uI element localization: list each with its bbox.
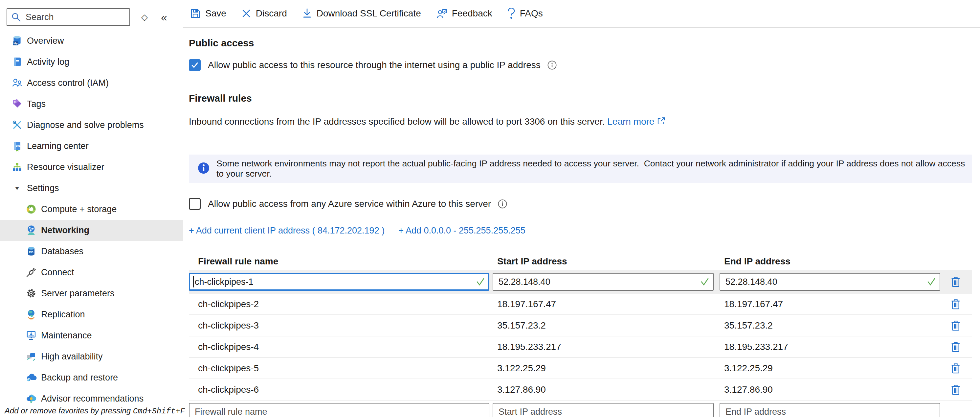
- table-row: ch-clickpipes-2 18.197.167.47 18.197.167…: [189, 294, 972, 315]
- sidebar: ◇ « My Overview Activity log Access cont…: [0, 0, 183, 417]
- text-caret: [193, 276, 194, 288]
- rule-start-ip: 35.157.23.2: [493, 320, 714, 331]
- high-availability-icon: [25, 351, 38, 363]
- azure-services-checkbox-row: Allow public access from any Azure servi…: [189, 198, 972, 210]
- rule-start-ip: 3.127.86.90: [493, 385, 714, 395]
- sidebar-item-networking[interactable]: Networking: [0, 220, 183, 241]
- azure-services-checkbox[interactable]: [189, 198, 200, 210]
- delete-rule-button[interactable]: [950, 320, 961, 332]
- rule-end-ip: 3.122.25.29: [719, 363, 940, 374]
- start-ip-input[interactable]: [493, 273, 714, 291]
- info-banner-text: Some network environments may not report…: [216, 158, 966, 179]
- public-access-checkbox[interactable]: [189, 59, 200, 71]
- feedback-icon: [436, 8, 447, 19]
- search-icon: [11, 12, 21, 23]
- delete-rule-button[interactable]: [950, 341, 961, 353]
- info-filled-icon: [197, 161, 210, 176]
- add-client-ip-link[interactable]: + Add current client IP address ( 84.172…: [189, 225, 385, 236]
- plug-icon: [25, 266, 38, 278]
- sidebar-item-label: Resource visualizer: [27, 162, 105, 173]
- info-outline-icon[interactable]: [547, 60, 557, 70]
- resource-tree-icon: [11, 161, 24, 173]
- faqs-button[interactable]: FAQs: [508, 8, 543, 19]
- sidebar-item-access-control[interactable]: Access control (IAM): [0, 72, 183, 93]
- learning-book-icon: 101: [11, 140, 24, 152]
- sidebar-item-label: Maintenance: [41, 331, 92, 341]
- sidebar-search: [6, 8, 130, 26]
- save-icon: [190, 8, 200, 19]
- advisor-icon: [25, 393, 38, 404]
- delete-rule-button[interactable]: [950, 298, 961, 310]
- download-ssl-button[interactable]: Download SSL Certificate: [302, 8, 421, 19]
- sidebar-item-label: Settings: [27, 183, 59, 193]
- sidebar-item-label: Overview: [27, 36, 64, 46]
- rule-start-ip: 18.195.233.217: [493, 342, 714, 352]
- sidebar-item-label: Activity log: [27, 57, 69, 67]
- save-button[interactable]: Save: [190, 8, 226, 19]
- sidebar-item-label: Compute + storage: [41, 204, 116, 214]
- sidebar-item-diagnose[interactable]: Diagnose and solve problems: [0, 115, 183, 136]
- svg-text:$: $: [29, 206, 30, 209]
- firewall-description: Inbound connections from the IP addresse…: [189, 117, 972, 128]
- feedback-button[interactable]: Feedback: [436, 8, 492, 19]
- pin-diamond-icon[interactable]: ◇: [141, 12, 148, 22]
- globe-icon: [25, 308, 38, 320]
- rule-name: ch-clickpipes-3: [189, 320, 489, 331]
- question-icon: [508, 8, 515, 19]
- svg-text:DB: DB: [29, 251, 33, 254]
- sidebar-item-tags[interactable]: Tags: [0, 93, 183, 115]
- sidebar-nav: My Overview Activity log Access control …: [0, 30, 183, 409]
- info-outline-icon[interactable]: [498, 199, 508, 209]
- sidebar-item-databases[interactable]: DB Databases: [0, 241, 183, 262]
- header-firewall-rule-name: Firewall rule name: [189, 256, 489, 267]
- sidebar-group-settings[interactable]: ▾ Settings: [0, 177, 183, 199]
- table-row: ch-clickpipes-3 35.157.23.2 35.157.23.2: [189, 315, 972, 336]
- sidebar-item-resource-visualizer[interactable]: Resource visualizer: [0, 157, 183, 177]
- new-end-ip-input[interactable]: [719, 403, 940, 417]
- sidebar-item-activity-log[interactable]: Activity log: [0, 51, 183, 72]
- sidebar-item-overview[interactable]: My Overview: [0, 30, 183, 51]
- sidebar-item-label: Replication: [41, 310, 85, 320]
- main-panel: Save Discard Download SSL Certificate Fe…: [183, 0, 980, 417]
- new-start-ip-input[interactable]: [493, 403, 714, 417]
- sidebar-item-learning-center[interactable]: 101 Learning center: [0, 136, 183, 157]
- table-row: ch-clickpipes-4 18.195.233.217 18.195.23…: [189, 336, 972, 358]
- backup-cloud-icon: [25, 372, 38, 383]
- end-ip-input[interactable]: [719, 273, 940, 291]
- rule-name-input[interactable]: [189, 273, 489, 291]
- svg-text:101: 101: [16, 144, 21, 147]
- sidebar-item-label: Diagnose and solve problems: [27, 120, 144, 130]
- sidebar-item-label: Backup and restore: [41, 372, 118, 383]
- discard-x-icon: [242, 8, 251, 18]
- sidebar-item-label: Access control (IAM): [27, 78, 109, 88]
- sidebar-item-connect[interactable]: Connect: [0, 262, 183, 283]
- sidebar-item-replication[interactable]: Replication: [0, 304, 183, 325]
- rule-end-ip: 18.195.233.217: [719, 342, 940, 352]
- discard-button[interactable]: Discard: [242, 8, 287, 19]
- delete-rule-button[interactable]: [950, 383, 961, 396]
- sidebar-item-label: Advisor recommendations: [41, 394, 143, 404]
- table-row-new: [189, 401, 972, 417]
- add-ip-links: + Add current client IP address ( 84.172…: [189, 225, 972, 236]
- search-input[interactable]: [6, 8, 130, 26]
- sidebar-item-server-parameters[interactable]: Server parameters: [0, 283, 183, 304]
- tag-icon: [11, 98, 24, 110]
- firewall-rules-heading: Firewall rules: [189, 93, 972, 104]
- sidebar-item-maintenance[interactable]: Maintenance: [0, 325, 183, 346]
- favorites-hint: Add or remove favorites by pressing Cmd+…: [5, 406, 185, 416]
- sidebar-item-high-availability[interactable]: High availability: [0, 346, 183, 367]
- add-all-ips-link[interactable]: + Add 0.0.0.0 - 255.255.255.255: [398, 225, 525, 236]
- public-access-checkbox-row: Allow public access to this resource thr…: [189, 59, 972, 71]
- delete-rule-button[interactable]: [950, 276, 961, 288]
- table-header-row: Firewall rule name Start IP address End …: [189, 253, 972, 270]
- delete-rule-button[interactable]: [950, 362, 961, 375]
- new-rule-name-input[interactable]: [189, 403, 489, 417]
- tools-icon: [11, 119, 24, 131]
- sidebar-item-backup-restore[interactable]: Backup and restore: [0, 367, 183, 388]
- collapse-menu-icon[interactable]: «: [161, 11, 166, 24]
- sidebar-item-compute-storage[interactable]: $ Compute + storage: [0, 199, 183, 220]
- learn-more-link[interactable]: Learn more: [607, 117, 654, 126]
- database-icon: DB: [25, 245, 38, 257]
- people-icon: [11, 77, 24, 89]
- sidebar-item-label: Server parameters: [41, 288, 115, 299]
